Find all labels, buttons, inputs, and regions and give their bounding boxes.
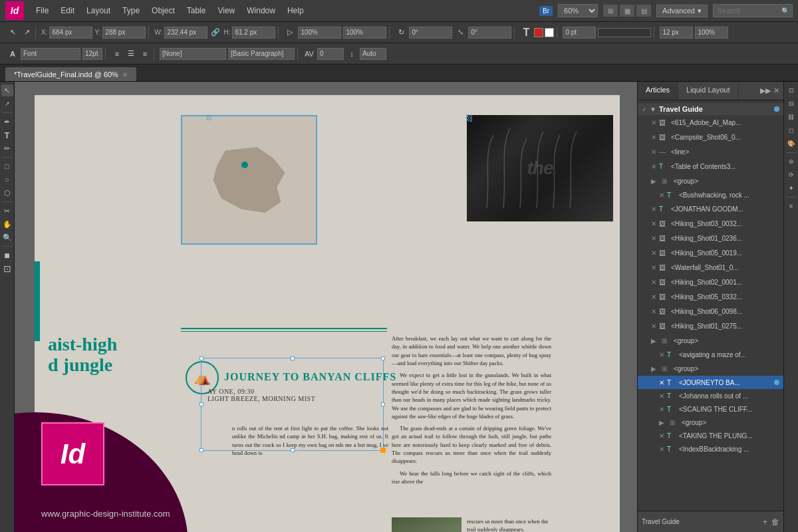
tree-item-0[interactable]: ✕ 🖼 <615_Adobe_AI_Map... [638,115,783,130]
tree-expand-arrow[interactable]: ▼ [650,106,656,113]
view-icon3[interactable]: ▤ [636,5,651,17]
stroke-color[interactable] [534,28,543,37]
tree-item-3[interactable]: ✕ T <Table of Contents3... [638,159,783,174]
panel-tab-liquid[interactable]: Liquid Layout [678,82,738,100]
align-center-icon[interactable]: ☰ [125,48,137,60]
selection-tool[interactable]: ↖ [1,84,13,96]
pencil-tool[interactable]: ✏ [1,142,13,154]
percent-input[interactable] [695,27,728,39]
item9-close[interactable]: ✕ [651,264,656,271]
menu-type[interactable]: Type [117,3,145,18]
menu-file[interactable]: File [31,3,54,18]
subitem14a-close[interactable]: ✕ [659,351,664,358]
hand-tool[interactable]: ✋ [1,218,13,230]
document-tab[interactable]: *TravelGuide_Final.indd @ 60% ✕ [5,67,136,81]
direct-select-icon[interactable]: ↗ [21,27,33,39]
leading-input[interactable] [360,48,386,60]
item15-expand[interactable]: ▶ [651,365,659,372]
scissors-tool[interactable]: ✂ [1,205,13,217]
tree-item-8[interactable]: ✕ 🖼 <Hiking_Shot05_0019... [638,245,783,260]
expand-icon[interactable]: ≡ [785,200,797,212]
stroke-pt-input[interactable] [563,27,596,39]
item14-expand[interactable]: ▶ [651,337,659,344]
transform-icon[interactable]: ⟳ [785,169,797,181]
tree-item-9[interactable]: ✕ 🖼 <Waterfall_Shot01_0... [638,260,783,275]
item7-close[interactable]: ✕ [651,235,656,242]
tree-item-15[interactable]: ▶ ⊞ <group> [638,361,783,376]
stroke-style[interactable] [598,28,651,37]
bridge-button[interactable]: Br [539,6,553,16]
subitem20-close[interactable]: ✕ [659,446,664,453]
constrain-icon[interactable]: 🔗 [209,27,221,39]
panel-delete-icon[interactable]: 🗑 [771,517,779,527]
tree-subitem-19[interactable]: ✕ T <TAKING THE PLUNG... [638,429,783,442]
type-tool[interactable]: T [1,129,13,141]
item6-close[interactable]: ✕ [651,220,656,227]
item4-expand[interactable]: ▶ [651,178,659,185]
font-input[interactable] [21,48,80,60]
tab-close-button[interactable]: ✕ [122,71,128,78]
zoom-tool[interactable]: 🔍 [1,231,13,243]
tree-item-13[interactable]: ✕ 🖼 <Hiking_Shot01_0275... [638,319,783,333]
sel-handle-mr[interactable] [381,402,385,406]
menu-edit[interactable]: Edit [55,3,80,18]
properties-icon[interactable]: ⊡ [785,84,797,96]
mode-icon[interactable]: ⊡ [1,263,13,275]
scale-y-input[interactable] [343,27,386,39]
para-style-input[interactable] [228,48,295,60]
active-item-close[interactable]: ✕ [659,379,664,386]
subitem4a-close[interactable]: ✕ [659,192,664,199]
tree-item-12[interactable]: ✕ 🖼 <Hiking_Shot06_0098... [638,304,783,319]
links-icon[interactable]: ⛓ [785,111,797,123]
shear-input[interactable] [468,27,511,39]
search-input[interactable] [713,4,793,17]
item11-close[interactable]: ✕ [651,293,656,301]
tree-item-14[interactable]: ▶ ⊞ <group> [638,333,783,348]
opacity-input[interactable] [660,27,693,39]
char-style-input[interactable] [160,48,226,60]
menu-object[interactable]: Object [146,3,180,18]
type-icon[interactable]: T [520,27,532,39]
item13-close[interactable]: ✕ [651,323,656,330]
panel-menu-icon[interactable]: ▶▶ [760,86,771,95]
advanced-button[interactable]: Advanced ▾ [656,5,708,17]
item3-close[interactable]: ✕ [651,163,656,170]
item5-close[interactable]: ✕ [651,205,656,213]
tree-item-1[interactable]: ✕ 🖼 <Campsite_Shot06_0... [638,130,783,144]
pen-tool[interactable]: ✒ [1,116,13,128]
panel-close-icon[interactable]: ✕ [773,86,779,95]
tree-subitem-14a[interactable]: ✕ T <avigating a maze of... [638,348,783,361]
panel-add-icon[interactable]: + [763,517,767,527]
polygon-tool[interactable]: ⬡ [1,187,13,199]
w-input[interactable] [164,27,207,39]
rectangle-tool[interactable]: □ [1,160,13,172]
item12-close[interactable]: ✕ [651,308,656,315]
effects-icon[interactable]: ✦ [785,182,797,194]
h-input[interactable] [232,27,275,39]
item10-close[interactable]: ✕ [651,279,656,286]
sel-handle-tm[interactable] [291,356,295,360]
ellipse-tool[interactable]: ○ [1,174,13,186]
tree-subitem-20[interactable]: ✕ T <IndexBBacktracking ... [638,442,783,456]
tree-header[interactable]: ✓ ▼ Travel Guide [638,103,783,115]
tree-item-6[interactable]: ✕ 🖼 <Hiking_Shot03_0032... [638,216,783,231]
rotate-input[interactable] [409,27,452,39]
subitem16-close[interactable]: ✕ [659,392,664,400]
item1-close[interactable]: ✕ [651,134,656,141]
tree-item-10[interactable]: ✕ 🖼 <Hiking_Shot02_0001... [638,275,783,289]
subitem18-expand[interactable]: ▶ [659,419,667,426]
map-frame[interactable] [181,115,317,245]
fill-color[interactable] [545,28,554,37]
tree-subitem-active[interactable]: ✕ T <JOURNEYTO BA... [638,376,783,389]
text-format-icon[interactable]: A [7,48,19,60]
item0-close[interactable]: ✕ [651,119,656,126]
select-tool-icon[interactable]: ↖ [7,27,19,39]
view-icon1[interactable]: ⊞ [603,5,618,17]
direct-selection-tool[interactable]: ↗ [1,98,13,110]
scale-x-input[interactable] [298,27,341,39]
menu-help[interactable]: Help [282,3,309,18]
tree-item-2[interactable]: ✕ — <line> [638,144,783,159]
menu-layout[interactable]: Layout [81,3,116,18]
stroke-panel-icon[interactable]: ◻ [785,124,797,136]
tree-subitem-18[interactable]: ▶ ⊞ <group> [638,416,783,429]
